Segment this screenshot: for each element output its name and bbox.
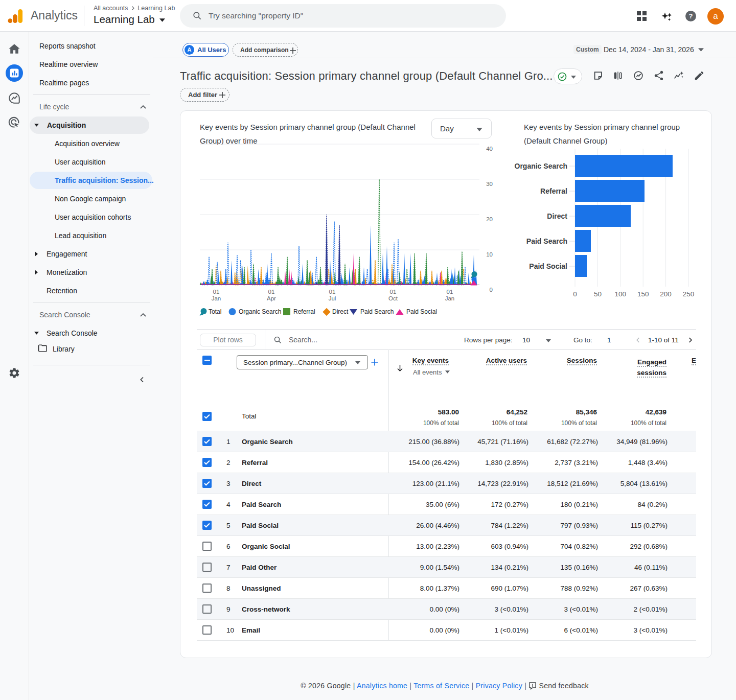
svg-text:01: 01	[329, 289, 336, 295]
svg-text:0: 0	[490, 287, 493, 293]
svg-text:Referral: Referral	[540, 187, 567, 195]
svg-text:Direct: Direct	[547, 212, 567, 220]
svg-text:01: 01	[268, 289, 275, 295]
svg-text:Total: Total	[209, 308, 221, 315]
svg-text:01: 01	[390, 289, 397, 295]
svg-text:Oct: Oct	[388, 295, 398, 301]
svg-text:40: 40	[486, 146, 493, 152]
svg-text:30: 30	[486, 181, 493, 187]
svg-text:200: 200	[660, 290, 672, 298]
svg-text:20: 20	[486, 216, 493, 222]
svg-text:Paid Search: Paid Search	[526, 237, 567, 245]
svg-text:Organic Search: Organic Search	[239, 308, 281, 315]
svg-text:10: 10	[486, 251, 493, 258]
svg-text:Referral: Referral	[293, 308, 315, 315]
svg-text:Jan: Jan	[212, 295, 221, 301]
svg-text:50: 50	[594, 290, 602, 298]
svg-text:150: 150	[637, 290, 649, 298]
svg-text:0: 0	[573, 290, 577, 298]
svg-text:Paid Social: Paid Social	[529, 262, 567, 270]
svg-text:250: 250	[683, 290, 695, 298]
svg-text:Paid Social: Paid Social	[406, 308, 437, 315]
svg-text:Jul: Jul	[329, 295, 336, 301]
svg-text:Apr: Apr	[267, 295, 276, 301]
svg-text:01: 01	[447, 289, 453, 295]
svg-text:100: 100	[615, 290, 627, 298]
svg-text:Jan: Jan	[445, 295, 455, 301]
svg-text:Paid Search: Paid Search	[360, 308, 394, 315]
svg-text:Direct: Direct	[332, 308, 349, 315]
svg-text:Organic Search: Organic Search	[515, 162, 568, 170]
svg-text:01: 01	[213, 289, 220, 295]
